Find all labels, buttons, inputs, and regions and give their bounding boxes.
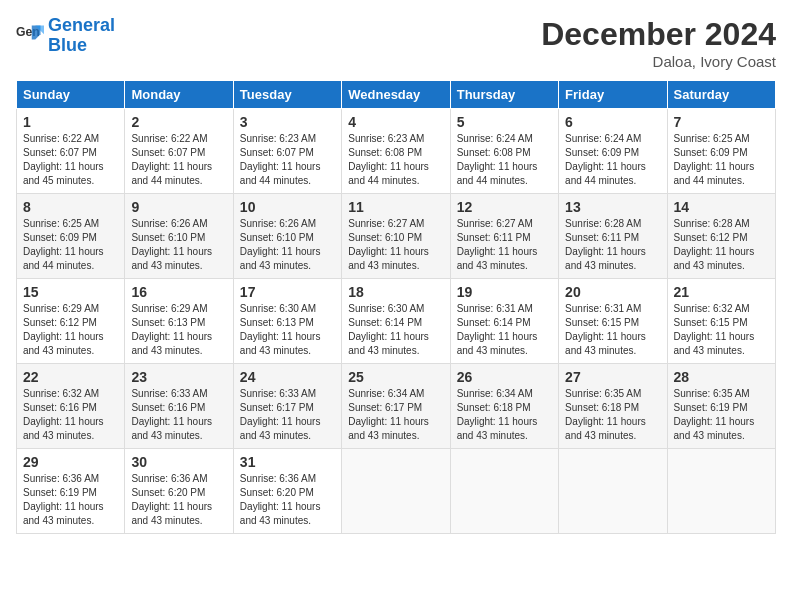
day-number: 2 xyxy=(131,114,226,130)
day-number: 18 xyxy=(348,284,443,300)
day-number: 10 xyxy=(240,199,335,215)
day-number: 5 xyxy=(457,114,552,130)
logo-line1: General xyxy=(48,15,115,35)
day-number: 17 xyxy=(240,284,335,300)
calendar-cell: 2Sunrise: 6:22 AMSunset: 6:07 PMDaylight… xyxy=(125,109,233,194)
day-number: 27 xyxy=(565,369,660,385)
day-number: 16 xyxy=(131,284,226,300)
calendar-cell xyxy=(559,449,667,534)
day-info: Sunrise: 6:23 AMSunset: 6:08 PMDaylight:… xyxy=(348,132,443,188)
day-number: 20 xyxy=(565,284,660,300)
calendar-cell: 13Sunrise: 6:28 AMSunset: 6:11 PMDayligh… xyxy=(559,194,667,279)
day-info: Sunrise: 6:29 AMSunset: 6:12 PMDaylight:… xyxy=(23,302,118,358)
page-header: Gen General Blue December 2024 Daloa, Iv… xyxy=(16,16,776,70)
day-number: 3 xyxy=(240,114,335,130)
logo-text: General Blue xyxy=(48,16,115,56)
day-info: Sunrise: 6:27 AMSunset: 6:10 PMDaylight:… xyxy=(348,217,443,273)
header-cell-friday: Friday xyxy=(559,81,667,109)
subtitle: Daloa, Ivory Coast xyxy=(541,53,776,70)
calendar-cell: 16Sunrise: 6:29 AMSunset: 6:13 PMDayligh… xyxy=(125,279,233,364)
calendar-cell: 4Sunrise: 6:23 AMSunset: 6:08 PMDaylight… xyxy=(342,109,450,194)
calendar-cell xyxy=(450,449,558,534)
header-cell-wednesday: Wednesday xyxy=(342,81,450,109)
title-area: December 2024 Daloa, Ivory Coast xyxy=(541,16,776,70)
day-number: 19 xyxy=(457,284,552,300)
calendar-cell: 14Sunrise: 6:28 AMSunset: 6:12 PMDayligh… xyxy=(667,194,775,279)
day-info: Sunrise: 6:33 AMSunset: 6:16 PMDaylight:… xyxy=(131,387,226,443)
day-info: Sunrise: 6:34 AMSunset: 6:17 PMDaylight:… xyxy=(348,387,443,443)
calendar-cell: 8Sunrise: 6:25 AMSunset: 6:09 PMDaylight… xyxy=(17,194,125,279)
day-info: Sunrise: 6:36 AMSunset: 6:20 PMDaylight:… xyxy=(131,472,226,528)
day-info: Sunrise: 6:32 AMSunset: 6:16 PMDaylight:… xyxy=(23,387,118,443)
calendar-cell: 23Sunrise: 6:33 AMSunset: 6:16 PMDayligh… xyxy=(125,364,233,449)
calendar-cell: 19Sunrise: 6:31 AMSunset: 6:14 PMDayligh… xyxy=(450,279,558,364)
calendar-cell: 26Sunrise: 6:34 AMSunset: 6:18 PMDayligh… xyxy=(450,364,558,449)
calendar-cell: 7Sunrise: 6:25 AMSunset: 6:09 PMDaylight… xyxy=(667,109,775,194)
main-title: December 2024 xyxy=(541,16,776,53)
day-number: 29 xyxy=(23,454,118,470)
logo: Gen General Blue xyxy=(16,16,115,56)
day-info: Sunrise: 6:31 AMSunset: 6:15 PMDaylight:… xyxy=(565,302,660,358)
day-number: 13 xyxy=(565,199,660,215)
calendar-cell: 25Sunrise: 6:34 AMSunset: 6:17 PMDayligh… xyxy=(342,364,450,449)
day-number: 8 xyxy=(23,199,118,215)
day-number: 14 xyxy=(674,199,769,215)
day-number: 1 xyxy=(23,114,118,130)
day-info: Sunrise: 6:26 AMSunset: 6:10 PMDaylight:… xyxy=(131,217,226,273)
day-info: Sunrise: 6:27 AMSunset: 6:11 PMDaylight:… xyxy=(457,217,552,273)
day-number: 9 xyxy=(131,199,226,215)
day-number: 15 xyxy=(23,284,118,300)
day-number: 6 xyxy=(565,114,660,130)
logo-icon: Gen xyxy=(16,22,44,50)
day-info: Sunrise: 6:35 AMSunset: 6:18 PMDaylight:… xyxy=(565,387,660,443)
day-info: Sunrise: 6:34 AMSunset: 6:18 PMDaylight:… xyxy=(457,387,552,443)
calendar-cell: 11Sunrise: 6:27 AMSunset: 6:10 PMDayligh… xyxy=(342,194,450,279)
logo-line2: Blue xyxy=(48,35,87,55)
calendar-week-4: 29Sunrise: 6:36 AMSunset: 6:19 PMDayligh… xyxy=(17,449,776,534)
day-number: 4 xyxy=(348,114,443,130)
calendar-cell: 20Sunrise: 6:31 AMSunset: 6:15 PMDayligh… xyxy=(559,279,667,364)
day-info: Sunrise: 6:31 AMSunset: 6:14 PMDaylight:… xyxy=(457,302,552,358)
header-cell-tuesday: Tuesday xyxy=(233,81,341,109)
calendar-cell: 29Sunrise: 6:36 AMSunset: 6:19 PMDayligh… xyxy=(17,449,125,534)
header-cell-monday: Monday xyxy=(125,81,233,109)
day-info: Sunrise: 6:24 AMSunset: 6:08 PMDaylight:… xyxy=(457,132,552,188)
calendar-cell: 30Sunrise: 6:36 AMSunset: 6:20 PMDayligh… xyxy=(125,449,233,534)
calendar-cell: 10Sunrise: 6:26 AMSunset: 6:10 PMDayligh… xyxy=(233,194,341,279)
day-info: Sunrise: 6:28 AMSunset: 6:12 PMDaylight:… xyxy=(674,217,769,273)
calendar-cell: 18Sunrise: 6:30 AMSunset: 6:14 PMDayligh… xyxy=(342,279,450,364)
calendar-week-3: 22Sunrise: 6:32 AMSunset: 6:16 PMDayligh… xyxy=(17,364,776,449)
header-cell-thursday: Thursday xyxy=(450,81,558,109)
day-info: Sunrise: 6:29 AMSunset: 6:13 PMDaylight:… xyxy=(131,302,226,358)
day-info: Sunrise: 6:32 AMSunset: 6:15 PMDaylight:… xyxy=(674,302,769,358)
day-info: Sunrise: 6:30 AMSunset: 6:14 PMDaylight:… xyxy=(348,302,443,358)
day-number: 7 xyxy=(674,114,769,130)
calendar-table: SundayMondayTuesdayWednesdayThursdayFrid… xyxy=(16,80,776,534)
day-number: 12 xyxy=(457,199,552,215)
calendar-cell: 9Sunrise: 6:26 AMSunset: 6:10 PMDaylight… xyxy=(125,194,233,279)
calendar-cell: 28Sunrise: 6:35 AMSunset: 6:19 PMDayligh… xyxy=(667,364,775,449)
day-info: Sunrise: 6:25 AMSunset: 6:09 PMDaylight:… xyxy=(674,132,769,188)
calendar-header: SundayMondayTuesdayWednesdayThursdayFrid… xyxy=(17,81,776,109)
header-cell-sunday: Sunday xyxy=(17,81,125,109)
day-number: 24 xyxy=(240,369,335,385)
day-number: 21 xyxy=(674,284,769,300)
day-info: Sunrise: 6:36 AMSunset: 6:20 PMDaylight:… xyxy=(240,472,335,528)
calendar-cell: 17Sunrise: 6:30 AMSunset: 6:13 PMDayligh… xyxy=(233,279,341,364)
day-info: Sunrise: 6:33 AMSunset: 6:17 PMDaylight:… xyxy=(240,387,335,443)
calendar-cell: 27Sunrise: 6:35 AMSunset: 6:18 PMDayligh… xyxy=(559,364,667,449)
calendar-week-0: 1Sunrise: 6:22 AMSunset: 6:07 PMDaylight… xyxy=(17,109,776,194)
day-info: Sunrise: 6:36 AMSunset: 6:19 PMDaylight:… xyxy=(23,472,118,528)
day-number: 28 xyxy=(674,369,769,385)
day-info: Sunrise: 6:35 AMSunset: 6:19 PMDaylight:… xyxy=(674,387,769,443)
calendar-cell: 5Sunrise: 6:24 AMSunset: 6:08 PMDaylight… xyxy=(450,109,558,194)
day-info: Sunrise: 6:28 AMSunset: 6:11 PMDaylight:… xyxy=(565,217,660,273)
calendar-cell xyxy=(667,449,775,534)
day-info: Sunrise: 6:23 AMSunset: 6:07 PMDaylight:… xyxy=(240,132,335,188)
day-info: Sunrise: 6:26 AMSunset: 6:10 PMDaylight:… xyxy=(240,217,335,273)
day-info: Sunrise: 6:24 AMSunset: 6:09 PMDaylight:… xyxy=(565,132,660,188)
day-number: 22 xyxy=(23,369,118,385)
calendar-cell: 22Sunrise: 6:32 AMSunset: 6:16 PMDayligh… xyxy=(17,364,125,449)
calendar-cell: 6Sunrise: 6:24 AMSunset: 6:09 PMDaylight… xyxy=(559,109,667,194)
day-number: 30 xyxy=(131,454,226,470)
